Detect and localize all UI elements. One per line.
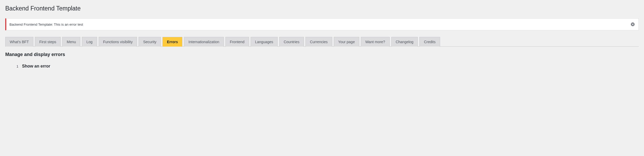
list-item: 1 Show an error bbox=[16, 64, 639, 69]
error-notice-text: Backend Frontend Template: This is an er… bbox=[9, 23, 83, 26]
tab-functions-visibility[interactable]: Functions visibility bbox=[99, 37, 137, 47]
close-icon[interactable] bbox=[630, 22, 635, 27]
tab-want-more[interactable]: Want more? bbox=[361, 37, 390, 47]
tab-menu[interactable]: Menu bbox=[62, 37, 80, 47]
tab-credits[interactable]: Credits bbox=[419, 37, 440, 47]
section-title: Manage and display errors bbox=[5, 52, 639, 57]
tab-errors[interactable]: Errors bbox=[162, 37, 182, 47]
tab-internationalization[interactable]: Internationalization bbox=[184, 37, 224, 47]
tab-currencies[interactable]: Currencies bbox=[305, 37, 332, 47]
tab-languages[interactable]: Languages bbox=[251, 37, 278, 47]
error-notice: Backend Frontend Template: This is an er… bbox=[5, 18, 639, 30]
list-item-text: Show an error bbox=[22, 64, 50, 69]
tab-whats-bft[interactable]: What's BFT bbox=[5, 37, 33, 47]
tab-frontend[interactable]: Frontend bbox=[225, 37, 249, 47]
tab-log[interactable]: Log bbox=[82, 37, 97, 47]
tab-countries[interactable]: Countries bbox=[279, 37, 304, 47]
tab-bar: What's BFT First steps Menu Log Function… bbox=[5, 37, 639, 47]
list-item-number: 1 bbox=[16, 64, 18, 68]
page-title: Backend Frontend Template bbox=[5, 3, 639, 13]
tab-changelog[interactable]: Changelog bbox=[391, 37, 418, 47]
tab-your-page[interactable]: Your page bbox=[334, 37, 359, 47]
tab-first-steps[interactable]: First steps bbox=[35, 37, 61, 47]
ordered-list: 1 Show an error bbox=[5, 64, 639, 69]
tab-security[interactable]: Security bbox=[139, 37, 161, 47]
